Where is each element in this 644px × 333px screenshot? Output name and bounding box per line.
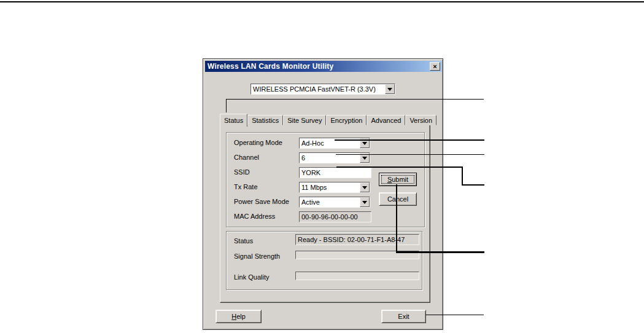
- signal-strength-label: Signal Strength: [234, 253, 280, 260]
- tab-page-status: Operating Mode Channel SSID Tx Rate Powe…: [220, 125, 430, 303]
- link-quality-bar: [295, 272, 419, 280]
- exit-label: Exit: [398, 313, 409, 320]
- channel-select[interactable]: 6: [299, 152, 370, 163]
- channel-label: Channel: [234, 154, 259, 161]
- operating-mode-value: Ad-Hoc: [301, 139, 324, 147]
- power-save-label: Power Save Mode: [234, 198, 289, 205]
- tx-rate-value: 11 Mbps: [301, 184, 327, 191]
- ssid-label: SSID: [234, 168, 250, 176]
- tab-status[interactable]: Status: [220, 114, 247, 127]
- operating-mode-label: Operating Mode: [234, 139, 282, 146]
- signal-strength-bar: [295, 251, 419, 259]
- callout-line-ssid-vertical: [462, 166, 463, 186]
- callout-line-ssid-end: [462, 184, 484, 186]
- tx-rate-label: Tx Rate: [234, 183, 258, 190]
- mac-address-label: MAC Address: [234, 213, 275, 220]
- cancel-label: Cancel: [387, 195, 408, 203]
- tab-advanced[interactable]: Advanced: [367, 115, 405, 125]
- submit-label: Submit: [387, 176, 408, 183]
- chevron-down-icon: [362, 186, 367, 192]
- chevron-down-icon: [362, 201, 367, 206]
- tab-encryption[interactable]: Encryption: [326, 115, 367, 125]
- chevron-down-icon: [362, 142, 367, 147]
- close-button[interactable]: ×: [430, 62, 440, 71]
- device-selector[interactable]: WIRELESS PCMCIA FastVNET-R (3.3V): [250, 84, 395, 95]
- wireless-monitor-window: Wireless LAN Cards Monitor Utility × WIR…: [203, 58, 443, 330]
- power-save-value: Active: [301, 198, 320, 206]
- status-value: Ready - BSSID: 02-00-71-F1-A8-47: [298, 236, 405, 243]
- exit-button[interactable]: Exit: [381, 310, 426, 323]
- cancel-button[interactable]: Cancel: [379, 192, 417, 206]
- help-label: Help: [231, 313, 246, 320]
- status-group: Status Signal Strength Link Quality Read…: [226, 231, 422, 290]
- channel-arrow[interactable]: [360, 153, 370, 163]
- top-divider: [0, 1, 644, 2]
- operating-mode-select[interactable]: Ad-Hoc: [299, 138, 370, 149]
- power-save-arrow[interactable]: [360, 197, 370, 207]
- tab-statistics[interactable]: Statistics: [247, 115, 283, 125]
- device-selector-arrow[interactable]: [385, 84, 395, 94]
- title-bar: Wireless LAN Cards Monitor Utility ×: [205, 61, 442, 72]
- figure-page: Wireless LAN Cards Monitor Utility × WIR…: [0, 0, 644, 333]
- tab-version[interactable]: Version: [405, 115, 436, 125]
- mac-address-field: 00-90-96-00-00-00: [299, 211, 371, 222]
- mac-address-value: 00-90-96-00-00-00: [301, 213, 358, 221]
- status-label: Status: [234, 237, 253, 245]
- link-quality-label: Link Quality: [234, 273, 269, 281]
- tab-strip: Status Statistics Site Survey Encryption…: [220, 112, 436, 125]
- ssid-input[interactable]: YORK: [299, 167, 371, 178]
- operating-mode-arrow[interactable]: [360, 138, 370, 148]
- status-field: Ready - BSSID: 02-00-71-F1-A8-47: [295, 234, 419, 245]
- window-title: Wireless LAN Cards Monitor Utility: [208, 62, 333, 71]
- tx-rate-arrow[interactable]: [360, 182, 370, 192]
- ssid-value: YORK: [301, 169, 320, 176]
- channel-value: 6: [301, 154, 305, 162]
- device-selector-value: WIRELESS PCMCIA FastVNET-R (3.3V): [253, 85, 376, 93]
- tab-site-survey[interactable]: Site Survey: [283, 115, 326, 125]
- chevron-down-icon: [362, 157, 367, 162]
- power-save-select[interactable]: Active: [299, 197, 370, 208]
- chevron-down-icon: [387, 88, 392, 93]
- close-icon: ×: [433, 63, 436, 70]
- tx-rate-select[interactable]: 11 Mbps: [299, 182, 370, 193]
- help-button[interactable]: Help: [215, 310, 262, 323]
- submit-button[interactable]: Submit: [379, 173, 417, 186]
